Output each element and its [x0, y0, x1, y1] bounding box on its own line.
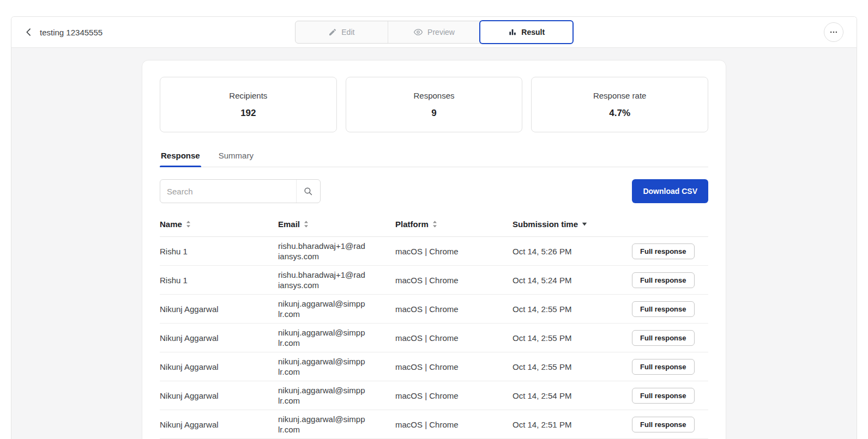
full-response-button[interactable]: Full response — [632, 272, 695, 288]
more-options-button[interactable] — [824, 22, 843, 42]
tab-preview-label: Preview — [427, 28, 455, 36]
table-body: Rishu 1 rishu.bharadwaj+1@radiansys.com … — [160, 237, 708, 439]
cell-submission-time: Oct 14, 2:55 PM — [513, 333, 632, 343]
back-button[interactable]: testing 12345555 — [11, 27, 103, 38]
stat-value: 9 — [346, 108, 522, 119]
cell-submission-time: Oct 14, 5:24 PM — [513, 276, 632, 285]
download-csv-button[interactable]: Download CSV — [632, 179, 708, 203]
stat-value: 4.7% — [532, 108, 708, 119]
search-icon — [303, 186, 314, 197]
cell-action: Full response — [632, 388, 709, 404]
cell-name: Nikunj Aggarwal — [160, 362, 278, 371]
stat-value: 192 — [160, 108, 336, 119]
sort-desc-icon[interactable] — [582, 222, 587, 226]
table-row: Nikunj Aggarwal nikunj.aggarwal@simpplr.… — [160, 381, 708, 410]
table-row: Nikunj Aggarwal nikunj.aggarwal@simpplr.… — [160, 295, 708, 324]
sort-icon[interactable] — [432, 221, 437, 228]
cell-platform: macOS | Chrome — [395, 391, 513, 400]
cell-action: Full response — [632, 243, 709, 259]
cell-email: nikunj.aggarwal@simpplr.com — [278, 295, 395, 323]
results-card: Recipients 192 Responses 9 Response rate… — [142, 60, 726, 439]
cell-action: Full response — [632, 272, 709, 288]
table-row: Nikunj Aggarwal nikunj.aggarwal@simpplr.… — [160, 410, 708, 439]
full-response-button[interactable]: Full response — [632, 359, 695, 375]
stat-label: Recipients — [160, 91, 336, 100]
column-header-platform[interactable]: Platform — [395, 220, 513, 229]
chevron-left-icon — [23, 27, 34, 38]
sort-icon[interactable] — [304, 221, 309, 228]
top-bar: testing 12345555 Edit Preview — [11, 17, 857, 48]
stats-row: Recipients 192 Responses 9 Response rate… — [160, 77, 708, 132]
pencil-icon — [328, 28, 337, 36]
cell-name: Rishu 1 — [160, 276, 278, 285]
stat-label: Response rate — [532, 91, 708, 100]
cell-email: rishu.bharadwaj+1@radiansys.com — [278, 237, 395, 265]
cell-email: nikunj.aggarwal@simpplr.com — [278, 324, 395, 352]
cell-name: Rishu 1 — [160, 247, 278, 256]
responses-table: Name Email Platform — [160, 217, 708, 439]
cell-platform: macOS | Chrome — [395, 247, 513, 256]
cell-submission-time: Oct 14, 2:54 PM — [513, 391, 632, 400]
cell-action: Full response — [632, 301, 709, 317]
search-input[interactable] — [160, 187, 296, 196]
search-button[interactable] — [296, 180, 320, 203]
stat-label: Responses — [346, 91, 522, 100]
cell-platform: macOS | Chrome — [395, 304, 513, 314]
cell-platform: macOS | Chrome — [395, 276, 513, 285]
tab-edit-label: Edit — [341, 28, 354, 36]
bar-chart-icon — [508, 28, 517, 36]
cell-name: Nikunj Aggarwal — [160, 391, 278, 400]
eye-icon — [413, 27, 423, 37]
cell-name: Nikunj Aggarwal — [160, 420, 278, 429]
cell-platform: macOS | Chrome — [395, 420, 513, 429]
cell-action: Full response — [632, 359, 709, 375]
full-response-button[interactable]: Full response — [632, 330, 695, 346]
view-switcher: Edit Preview Result — [295, 21, 573, 44]
page-body: Recipients 192 Responses 9 Response rate… — [11, 48, 857, 439]
cell-name: Nikunj Aggarwal — [160, 333, 278, 343]
cell-platform: macOS | Chrome — [395, 362, 513, 371]
cell-email: nikunj.aggarwal@simpplr.com — [278, 410, 395, 438]
column-header-submission-time[interactable]: Submission time — [513, 220, 632, 229]
tab-preview[interactable]: Preview — [388, 21, 481, 43]
tab-result[interactable]: Result — [479, 20, 574, 44]
stat-responses: Responses 9 — [346, 77, 523, 132]
table-row: Rishu 1 rishu.bharadwaj+1@radiansys.com … — [160, 237, 708, 266]
tab-result-label: Result — [521, 28, 545, 36]
tab-summary[interactable]: Summary — [218, 151, 255, 167]
page-title: testing 12345555 — [40, 28, 103, 37]
full-response-button[interactable]: Full response — [632, 243, 695, 259]
cell-submission-time: Oct 14, 2:55 PM — [513, 362, 632, 371]
cell-submission-time: Oct 14, 2:51 PM — [513, 420, 632, 429]
table-header: Name Email Platform — [160, 217, 708, 237]
column-header-name[interactable]: Name — [160, 220, 278, 229]
stat-recipients: Recipients 192 — [160, 77, 337, 132]
search-box — [160, 179, 321, 203]
ellipsis-icon — [829, 27, 839, 37]
cell-email: nikunj.aggarwal@simpplr.com — [278, 381, 395, 410]
result-tabs: Response Summary — [160, 151, 708, 167]
full-response-button[interactable]: Full response — [632, 301, 695, 317]
app-frame: testing 12345555 Edit Preview — [11, 16, 857, 439]
sort-icon[interactable] — [186, 221, 191, 228]
full-response-button[interactable]: Full response — [632, 417, 695, 432]
cell-submission-time: Oct 14, 5:26 PM — [513, 247, 632, 256]
table-row: Nikunj Aggarwal nikunj.aggarwal@simpplr.… — [160, 324, 708, 352]
table-row: Nikunj Aggarwal nikunj.aggarwal@simpplr.… — [160, 352, 708, 381]
cell-submission-time: Oct 14, 2:55 PM — [513, 304, 632, 314]
tab-edit[interactable]: Edit — [296, 21, 388, 43]
tab-response[interactable]: Response — [160, 151, 201, 167]
table-row: Rishu 1 rishu.bharadwaj+1@radiansys.com … — [160, 266, 708, 295]
full-response-button[interactable]: Full response — [632, 388, 695, 404]
cell-name: Nikunj Aggarwal — [160, 304, 278, 314]
cell-email: nikunj.aggarwal@simpplr.com — [278, 352, 395, 381]
cell-action: Full response — [632, 417, 709, 432]
cell-platform: macOS | Chrome — [395, 333, 513, 343]
column-header-email[interactable]: Email — [278, 220, 395, 229]
toolbar: Download CSV — [160, 179, 708, 203]
cell-action: Full response — [632, 330, 709, 346]
cell-email: rishu.bharadwaj+1@radiansys.com — [278, 266, 395, 294]
stat-response-rate: Response rate 4.7% — [531, 77, 708, 132]
